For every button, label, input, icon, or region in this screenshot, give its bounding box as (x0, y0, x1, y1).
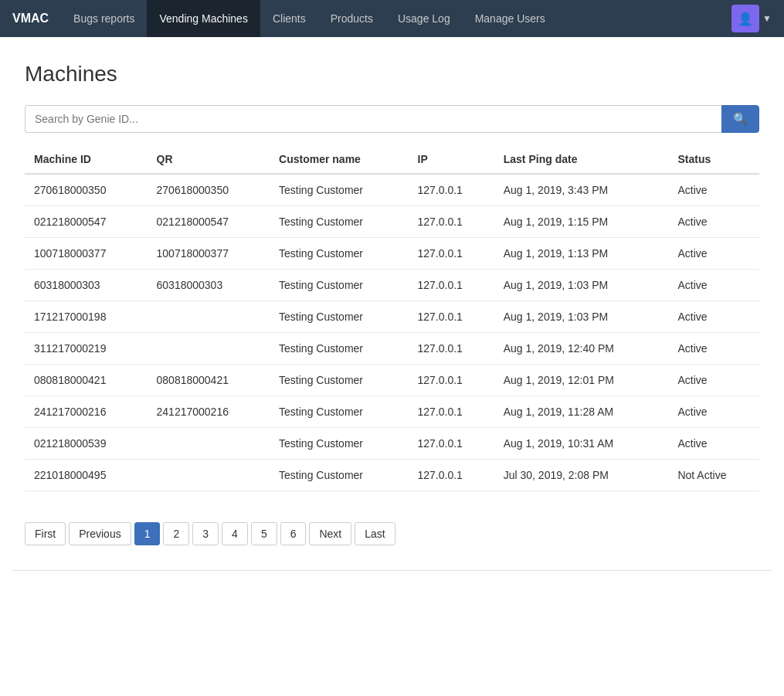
table-row[interactable]: 311217000219Testing Customer127.0.0.1Aug… (25, 333, 759, 365)
nav-item-vending-machines[interactable]: Vending Machines (147, 0, 260, 37)
col-customer-name: Customer name (270, 145, 408, 174)
cell-ip: 127.0.0.1 (409, 270, 494, 301)
table-header: Machine IDQRCustomer nameIPLast Ping dat… (25, 145, 759, 174)
cell-qr (148, 301, 270, 333)
nav-item-manage-users[interactable]: Manage Users (463, 0, 558, 37)
table-row[interactable]: 241217000216241217000216Testing Customer… (25, 396, 759, 428)
table-row[interactable]: 021218000547021218000547Testing Customer… (25, 206, 759, 238)
cell-ip: 127.0.0.1 (409, 396, 494, 428)
cell-qr (148, 428, 270, 460)
cell-machine-id: 100718000377 (25, 238, 148, 270)
col-status: Status (668, 145, 759, 174)
cell-qr (148, 460, 270, 491)
search-input[interactable] (25, 105, 721, 133)
cell-ip: 127.0.0.1 (409, 365, 494, 396)
cell-status: Active (668, 174, 759, 206)
pagination-page-6[interactable]: 6 (280, 522, 307, 545)
cell-status: Active (668, 238, 759, 270)
page-title: Machines (25, 62, 759, 87)
cell-last-ping: Jul 30, 2019, 2:08 PM (494, 460, 669, 491)
cell-machine-id: 60318000303 (25, 270, 148, 301)
cell-machine-id: 021218000539 (25, 428, 148, 460)
table-row[interactable]: 021218000539Testing Customer127.0.0.1Aug… (25, 428, 759, 460)
pagination-page-1[interactable]: 1 (134, 522, 161, 545)
footer-divider (12, 570, 772, 571)
search-row: 🔍 (25, 105, 759, 133)
cell-status: Active (668, 301, 759, 333)
machines-table: Machine IDQRCustomer nameIPLast Ping dat… (25, 145, 759, 491)
cell-ip: 127.0.0.1 (409, 206, 494, 238)
nav-menu: Bugs reportsVending MachinesClientsProdu… (61, 0, 731, 37)
cell-ip: 127.0.0.1 (409, 333, 494, 365)
pagination-first[interactable]: First (25, 522, 66, 545)
user-icon-button[interactable]: 👤 (731, 5, 759, 32)
cell-customer-name: Testing Customer (270, 396, 408, 428)
pagination-page-4[interactable]: 4 (222, 522, 248, 545)
cell-ip: 127.0.0.1 (409, 428, 494, 460)
cell-status: Active (668, 396, 759, 428)
table-row[interactable]: 080818000421080818000421Testing Customer… (25, 365, 759, 396)
col-last-ping-date: Last Ping date (494, 145, 669, 174)
table-body: 270618000350270618000350Testing Customer… (25, 174, 759, 491)
cell-customer-name: Testing Customer (270, 174, 408, 206)
cell-status: Active (668, 270, 759, 301)
user-dropdown-arrow[interactable]: ▼ (762, 13, 772, 24)
cell-last-ping: Aug 1, 2019, 11:28 AM (494, 396, 669, 428)
col-machine-id: Machine ID (25, 145, 148, 174)
table-row[interactable]: 270618000350270618000350Testing Customer… (25, 174, 759, 206)
table-header-row: Machine IDQRCustomer nameIPLast Ping dat… (25, 145, 759, 174)
table-row[interactable]: 171217000198Testing Customer127.0.0.1Aug… (25, 301, 759, 333)
cell-customer-name: Testing Customer (270, 238, 408, 270)
cell-ip: 127.0.0.1 (409, 174, 494, 206)
pagination-next[interactable]: Next (309, 522, 351, 545)
cell-qr: 021218000547 (148, 206, 270, 238)
cell-machine-id: 171217000198 (25, 301, 148, 333)
nav-item-clients[interactable]: Clients (260, 0, 318, 37)
search-icon: 🔍 (733, 112, 748, 126)
cell-customer-name: Testing Customer (270, 333, 408, 365)
cell-last-ping: Aug 1, 2019, 1:15 PM (494, 206, 669, 238)
cell-qr (148, 333, 270, 365)
page-content: Machines 🔍 Machine IDQRCustomer nameIPLa… (0, 37, 784, 504)
cell-qr: 60318000303 (148, 270, 270, 301)
cell-qr: 241217000216 (148, 396, 270, 428)
table-row[interactable]: 221018000495Testing Customer127.0.0.1Jul… (25, 460, 759, 491)
pagination-page-5[interactable]: 5 (251, 522, 277, 545)
cell-last-ping: Aug 1, 2019, 10:31 AM (494, 428, 669, 460)
cell-qr: 270618000350 (148, 174, 270, 206)
cell-last-ping: Aug 1, 2019, 1:03 PM (494, 301, 669, 333)
cell-machine-id: 270618000350 (25, 174, 148, 206)
cell-status: Active (668, 428, 759, 460)
cell-qr: 100718000377 (148, 238, 270, 270)
cell-last-ping: Aug 1, 2019, 12:40 PM (494, 333, 669, 365)
search-button[interactable]: 🔍 (721, 105, 759, 133)
pagination-previous[interactable]: Previous (69, 522, 131, 545)
col-qr: QR (148, 145, 270, 174)
table-row[interactable]: 6031800030360318000303Testing Customer12… (25, 270, 759, 301)
pagination-page-2[interactable]: 2 (163, 522, 189, 545)
nav-item-products[interactable]: Products (318, 0, 385, 37)
cell-status: Not Active (668, 460, 759, 491)
cell-ip: 127.0.0.1 (409, 238, 494, 270)
cell-last-ping: Aug 1, 2019, 3:43 PM (494, 174, 669, 206)
cell-ip: 127.0.0.1 (409, 301, 494, 333)
cell-customer-name: Testing Customer (270, 428, 408, 460)
cell-status: Active (668, 206, 759, 238)
pagination-last[interactable]: Last (355, 522, 395, 545)
cell-status: Active (668, 333, 759, 365)
nav-item-usage-log[interactable]: Usage Log (385, 0, 463, 37)
nav-item-bugs-reports[interactable]: Bugs reports (61, 0, 147, 37)
cell-customer-name: Testing Customer (270, 270, 408, 301)
cell-machine-id: 311217000219 (25, 333, 148, 365)
cell-last-ping: Aug 1, 2019, 12:01 PM (494, 365, 669, 396)
cell-machine-id: 021218000547 (25, 206, 148, 238)
table-row[interactable]: 100718000377100718000377Testing Customer… (25, 238, 759, 270)
user-icon: 👤 (738, 12, 753, 26)
cell-machine-id: 241217000216 (25, 396, 148, 428)
cell-qr: 080818000421 (148, 365, 270, 396)
pagination-page-3[interactable]: 3 (192, 522, 219, 545)
cell-customer-name: Testing Customer (270, 206, 408, 238)
pagination: FirstPrevious123456NextLast (0, 504, 784, 570)
brand-logo[interactable]: VMAC (12, 12, 49, 25)
col-ip: IP (409, 145, 494, 174)
